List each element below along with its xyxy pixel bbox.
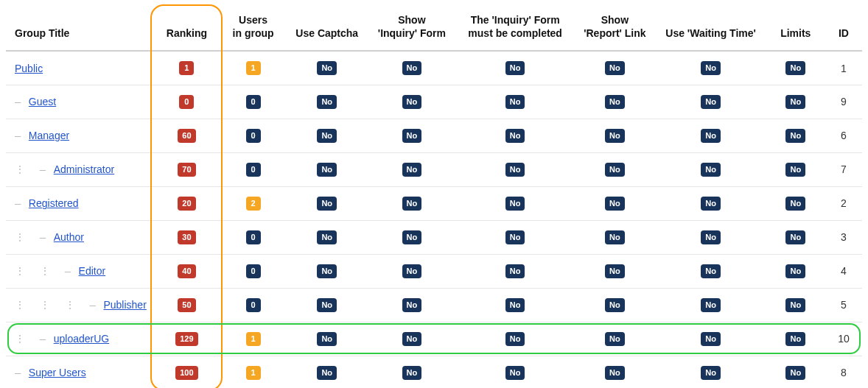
cell-inquiry_must-badge[interactable]: No (505, 366, 525, 379)
cell-show_report-badge[interactable]: No (605, 230, 625, 244)
cell-use_captcha-badge[interactable]: No (317, 95, 337, 108)
cell-inquiry_must-badge[interactable]: No (505, 197, 525, 210)
cell-use_captcha-badge[interactable]: No (317, 163, 337, 176)
cell-ranking-badge[interactable]: 50 (178, 298, 195, 311)
cell-limits-badge[interactable]: No (785, 95, 805, 108)
cell-use_waiting-badge[interactable]: No (701, 163, 721, 176)
cell-use_waiting-badge[interactable]: No (701, 61, 721, 74)
cell-show_inquiry-badge[interactable]: No (402, 95, 422, 108)
cell-ranking-badge[interactable]: 70 (178, 163, 195, 176)
cell-show_inquiry-badge[interactable]: No (402, 197, 422, 210)
cell-inquiry_must-badge[interactable]: No (505, 298, 525, 311)
group-link[interactable]: Super Users (29, 367, 86, 378)
cell-inquiry_must-badge[interactable]: No (505, 230, 525, 244)
cell-use_captcha-badge[interactable]: No (317, 197, 337, 210)
cell-inquiry_must-badge[interactable]: No (505, 61, 525, 74)
cell-limits-badge[interactable]: No (785, 298, 805, 311)
cell-users-badge[interactable]: 1 (246, 61, 261, 74)
cell-use_captcha-badge[interactable]: No (317, 264, 337, 278)
cell-users-badge[interactable]: 0 (246, 298, 261, 311)
cell-show_inquiry-badge[interactable]: No (402, 298, 422, 311)
cell-users-badge[interactable]: 0 (246, 163, 261, 176)
cell-show_report-badge[interactable]: No (605, 264, 625, 278)
cell-use_captcha-badge[interactable]: No (317, 129, 337, 142)
col-header-id[interactable]: ID (825, 6, 862, 51)
cell-limits-badge[interactable]: No (785, 61, 805, 74)
cell-limits-badge[interactable]: No (785, 332, 805, 345)
cell-users-badge[interactable]: 0 (246, 264, 261, 278)
cell-users-badge[interactable]: 2 (246, 197, 261, 210)
cell-ranking-badge[interactable]: 0 (179, 95, 194, 108)
col-header-show-report[interactable]: Show'Report' Link (574, 6, 655, 51)
cell-ranking-badge[interactable]: 129 (175, 332, 197, 345)
group-link[interactable]: uploaderUG (54, 333, 110, 345)
group-link[interactable]: Author (54, 231, 84, 243)
col-header-ranking[interactable]: Ranking (153, 6, 220, 51)
cell-show_inquiry-badge[interactable]: No (402, 230, 422, 244)
cell-show_inquiry-badge[interactable]: No (402, 61, 422, 74)
cell-show_report-badge[interactable]: No (605, 95, 625, 108)
cell-show_inquiry-badge[interactable]: No (402, 332, 422, 345)
cell-ranking-badge[interactable]: 40 (178, 264, 195, 278)
col-header-group-title[interactable]: Group Title (6, 6, 153, 51)
group-link[interactable]: Editor (79, 265, 106, 277)
col-header-use-captcha[interactable]: Use Captcha (287, 6, 368, 51)
group-link[interactable]: Publisher (103, 299, 146, 311)
cell-show_report-badge[interactable]: No (605, 163, 625, 176)
cell-inquiry_must-badge[interactable]: No (505, 129, 525, 142)
cell-use_captcha-badge[interactable]: No (317, 61, 337, 74)
cell-ranking-badge[interactable]: 100 (175, 366, 197, 379)
cell-use_captcha-badge[interactable]: No (317, 230, 337, 244)
col-header-show-inquiry[interactable]: Show'Inquiry' Form (368, 6, 456, 51)
cell-use_captcha-badge[interactable]: No (317, 366, 337, 379)
group-link[interactable]: Registered (29, 197, 79, 209)
col-header-users[interactable]: Usersin group (220, 6, 286, 51)
cell-show_inquiry-badge[interactable]: No (402, 163, 422, 176)
cell-inquiry_must-badge[interactable]: No (505, 264, 525, 278)
cell-users-badge[interactable]: 0 (246, 230, 261, 244)
cell-ranking-badge[interactable]: 30 (178, 230, 195, 244)
cell-use_waiting-badge[interactable]: No (701, 298, 721, 311)
cell-limits-badge[interactable]: No (785, 197, 805, 210)
cell-use_waiting-badge[interactable]: No (701, 264, 721, 278)
cell-use_waiting-badge[interactable]: No (701, 197, 721, 210)
col-header-inquiry-must[interactable]: The 'Inquiry' Formmust be completed (456, 6, 574, 51)
cell-show_inquiry-badge[interactable]: No (402, 264, 422, 278)
cell-inquiry_must-badge[interactable]: No (505, 95, 525, 108)
cell-ranking-badge[interactable]: 1 (179, 61, 194, 74)
cell-users-badge[interactable]: 0 (246, 129, 261, 142)
cell-show_report-badge[interactable]: No (605, 366, 625, 379)
group-link[interactable]: Administrator (54, 163, 114, 175)
cell-users-badge[interactable]: 1 (246, 366, 261, 379)
cell-show_report-badge[interactable]: No (605, 332, 625, 345)
cell-show_report-badge[interactable]: No (605, 129, 625, 142)
cell-ranking-badge[interactable]: 60 (178, 129, 195, 142)
col-header-use-waiting[interactable]: Use 'Waiting Time' (655, 6, 766, 51)
cell-use_captcha-badge[interactable]: No (317, 332, 337, 345)
cell-show_report-badge[interactable]: No (605, 197, 625, 210)
cell-use_captcha-badge[interactable]: No (317, 298, 337, 311)
cell-limits-badge[interactable]: No (785, 264, 805, 278)
cell-users-badge[interactable]: 0 (246, 95, 261, 108)
cell-use_waiting-badge[interactable]: No (701, 95, 721, 108)
cell-use_waiting-badge[interactable]: No (701, 230, 721, 244)
group-link[interactable]: Public (15, 63, 43, 74)
cell-show_inquiry-badge[interactable]: No (402, 366, 422, 379)
group-link[interactable]: Guest (29, 96, 56, 107)
cell-show_report-badge[interactable]: No (605, 298, 625, 311)
cell-inquiry_must-badge[interactable]: No (505, 163, 525, 176)
cell-use_waiting-badge[interactable]: No (701, 129, 721, 142)
cell-use_waiting-badge[interactable]: No (701, 366, 721, 379)
group-link[interactable]: Manager (29, 130, 69, 141)
cell-limits-badge[interactable]: No (785, 163, 805, 176)
cell-users-badge[interactable]: 1 (246, 332, 261, 345)
cell-ranking-badge[interactable]: 20 (178, 197, 195, 210)
cell-show_inquiry-badge[interactable]: No (402, 129, 422, 142)
cell-limits-badge[interactable]: No (785, 366, 805, 379)
cell-limits-badge[interactable]: No (785, 129, 805, 142)
cell-show_report-badge[interactable]: No (605, 61, 625, 74)
cell-limits-badge[interactable]: No (785, 230, 805, 244)
col-header-limits[interactable]: Limits (766, 6, 825, 51)
cell-inquiry_must-badge[interactable]: No (505, 332, 525, 345)
cell-use_waiting-badge[interactable]: No (701, 332, 721, 345)
